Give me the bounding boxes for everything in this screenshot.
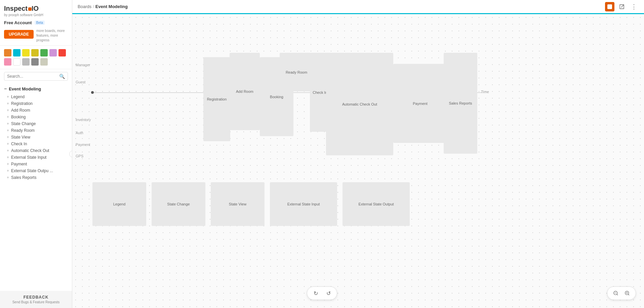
color-swatch-4[interactable] [40, 49, 48, 56]
block-label-payment: Payment [393, 102, 447, 106]
state-view-block[interactable]: State View [211, 182, 265, 226]
color-swatch-3[interactable] [31, 49, 39, 56]
block-label-sales-reports: Sales Reports [444, 101, 477, 105]
block-sales-reports[interactable]: Sales Reports [444, 53, 477, 154]
color-swatch-0[interactable] [4, 49, 11, 56]
bottom-blocks: Legend State Change State View External … [92, 182, 476, 226]
nav-item-label: Booking [11, 115, 26, 119]
nav-item-ready-room[interactable]: +Ready Room [4, 127, 68, 134]
main-area: Boards / Event Modeling ⋮ Manager Guest … [72, 0, 644, 308]
color-swatch-8[interactable] [13, 58, 21, 66]
nav-item-expand-icon: + [7, 121, 9, 126]
undo-button[interactable]: ↻ [311, 288, 321, 298]
zoom-toolbar [607, 286, 636, 300]
upgrade-button[interactable]: UPGRADE [4, 30, 34, 39]
color-swatch-10[interactable] [31, 58, 39, 66]
nav-group-title[interactable]: − Event Modeling [4, 86, 68, 91]
search-input[interactable] [7, 74, 57, 79]
feedback-title: FEEDBACK [4, 295, 68, 300]
nav-item-external-state-input[interactable]: +External State Input [4, 154, 68, 161]
canvas-inner: Manager Guest Inventory Auth Payment GPS… [72, 14, 509, 290]
block-payment[interactable]: Payment [393, 64, 447, 143]
breadcrumb-boards[interactable]: Boards [78, 4, 91, 9]
breadcrumb-current: Event Modeling [95, 4, 128, 9]
nav-item-check-in[interactable]: +Check In [4, 141, 68, 147]
nav-item-expand-icon: + [7, 175, 9, 180]
nav-item-state-view[interactable]: +State View [4, 134, 68, 141]
block-ready-room[interactable]: Ready Room [280, 53, 313, 91]
nav-item-state-change[interactable]: +State Change [4, 120, 68, 127]
block-label-external-state-output: External State Output [343, 202, 410, 206]
search-icon[interactable]: 🔍 [59, 74, 65, 79]
block-label-registration: Registration [203, 97, 230, 101]
bottom-toolbar: ↻ ↺ [307, 286, 337, 300]
nav-item-payment[interactable]: +Payment [4, 161, 68, 167]
nav-item-label: External State Outpu ... [11, 168, 53, 173]
timeline-label: Time [481, 90, 489, 94]
zoom-out-icon [613, 291, 618, 296]
nav-item-expand-icon: + [7, 128, 9, 133]
nav-items: +Legend+Registration+Add Room+Booking+St… [4, 93, 68, 181]
svg-line-4 [628, 294, 629, 295]
block-label-booking: Booking [260, 95, 293, 99]
nav-item-expand-icon: + [7, 162, 9, 166]
topbar-icons: ⋮ [605, 2, 639, 11]
nav-item-expand-icon: + [7, 142, 9, 146]
legend-block[interactable]: Legend [92, 182, 146, 226]
block-registration[interactable]: Registration [203, 57, 230, 141]
nav-item-external-state-outpu-...[interactable]: +External State Outpu ... [4, 167, 68, 174]
color-swatch-6[interactable] [58, 49, 66, 56]
external-state-input-block[interactable]: External State Input [270, 182, 337, 226]
topbar-color-button[interactable] [605, 2, 614, 11]
external-state-output-block[interactable]: External State Output [343, 182, 410, 226]
nav-item-booking[interactable]: +Booking [4, 114, 68, 120]
timeline-dot [91, 91, 94, 94]
row-label-guest: Guest [76, 80, 85, 84]
block-add-room[interactable]: Add Room [230, 53, 260, 130]
share-icon [619, 4, 625, 9]
nav-item-expand-icon: + [7, 108, 9, 113]
app-name: InspectIO [4, 5, 39, 12]
nav-item-sales-reports[interactable]: +Sales Reports [4, 174, 68, 181]
nav-item-label: State View [11, 135, 30, 140]
nav-section: − Event Modeling +Legend+Registration+Ad… [0, 83, 72, 184]
logo: InspectIO [4, 5, 68, 12]
canvas-area[interactable]: Manager Guest Inventory Auth Payment GPS… [72, 14, 644, 308]
color-swatch-7[interactable] [4, 58, 11, 66]
nav-item-label: Legend [11, 94, 25, 99]
nav-item-expand-icon: + [7, 94, 9, 99]
nav-item-legend[interactable]: +Legend [4, 93, 68, 100]
color-swatch-1[interactable] [13, 49, 21, 56]
block-label-legend: Legend [92, 202, 146, 206]
nav-item-automatic-check-out[interactable]: +Automatic Check Out [4, 147, 68, 154]
row-label-inventory: Inventory [76, 118, 91, 122]
row-label-manager: Manager [76, 63, 90, 67]
nav-item-registration[interactable]: +Registration [4, 100, 68, 107]
color-swatch-2[interactable] [22, 49, 30, 56]
nav-item-add-room[interactable]: +Add Room [4, 107, 68, 114]
redo-button[interactable]: ↺ [323, 288, 333, 298]
nav-item-expand-icon: + [7, 155, 9, 160]
state-change-block[interactable]: State Change [152, 182, 205, 226]
topbar-share-button[interactable] [617, 2, 627, 11]
nav-item-label: Registration [11, 101, 33, 106]
square-icon [607, 4, 612, 9]
color-swatch-11[interactable] [40, 58, 48, 66]
block-label-automatic-check-out: Automatic Check Out [326, 102, 393, 106]
block-label-ready-room: Ready Room [280, 70, 313, 74]
nav-group-label: Event Modeling [9, 86, 41, 91]
topbar: Boards / Event Modeling ⋮ [72, 0, 644, 14]
color-swatch-5[interactable] [49, 49, 57, 56]
feedback-sub: Send Bugs & Feature Requests [4, 300, 68, 304]
block-label-add-room: Add Room [230, 89, 260, 93]
breadcrumb-sep: / [93, 4, 94, 9]
color-swatch-9[interactable] [22, 58, 30, 66]
zoom-in-button[interactable] [622, 288, 632, 298]
block-automatic-check-out[interactable]: Automatic Check Out [326, 53, 393, 155]
topbar-menu-button[interactable]: ⋮ [629, 2, 639, 11]
block-label-state-view: State View [211, 202, 265, 206]
zoom-out-button[interactable] [611, 288, 621, 298]
nav-item-expand-icon: + [7, 135, 9, 140]
search-bar[interactable]: 🔍 [4, 72, 68, 81]
feedback-button[interactable]: FEEDBACK Send Bugs & Feature Requests [0, 291, 72, 308]
